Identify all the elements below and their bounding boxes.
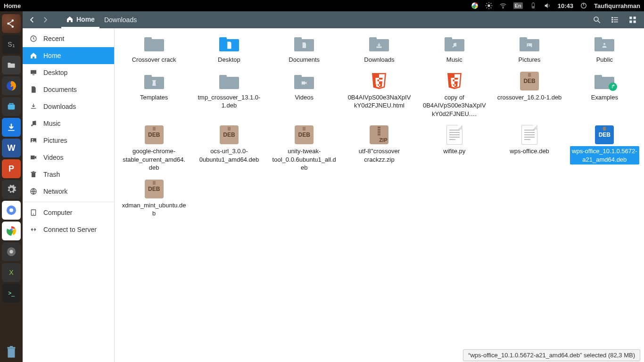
launcher-downloader[interactable] xyxy=(2,118,21,137)
launcher-chrome[interactable] xyxy=(2,222,21,240)
content-area[interactable]: Crossover crackDesktopDocumentsDownloads… xyxy=(115,28,644,362)
file-item[interactable]: Pictures xyxy=(492,32,567,67)
computer-icon xyxy=(29,208,38,217)
forward-button[interactable] xyxy=(39,13,52,26)
view-grid-button[interactable] xyxy=(628,15,637,25)
file-item[interactable]: Videos xyxy=(267,70,342,121)
sidebar-item-label: Home xyxy=(43,52,61,59)
svg-rect-41 xyxy=(634,16,636,19)
top-menubar: Home En 10:43 Taufiqurrahman xyxy=(0,0,644,11)
breadcrumb-downloads-label: Downloads xyxy=(104,16,137,24)
file-item[interactable]: Public xyxy=(567,32,642,67)
folder-icon xyxy=(518,34,541,53)
launcher-dash[interactable] xyxy=(2,14,21,33)
launcher-files[interactable] xyxy=(2,56,21,74)
file-item[interactable]: DEBwps-office_10.1.0.5672-a21_amd64.deb xyxy=(567,123,642,175)
sidebar-item-label: Connect to Server xyxy=(43,226,97,233)
user-name[interactable]: Taufiqurrahman xyxy=(594,2,640,9)
svg-rect-39 xyxy=(614,22,618,23)
svg-rect-45 xyxy=(31,70,36,74)
power-icon[interactable] xyxy=(580,2,587,9)
toolbar: Home Downloads xyxy=(23,11,644,28)
file-item[interactable]: DEBocs-url_3.0.0-0ubuntu1_amd64.deb xyxy=(191,123,266,175)
wifi-icon[interactable] xyxy=(499,2,507,9)
file-item[interactable]: copy of 0B4AIVpS00e3NaXpIVkY0d2FJNEU.… xyxy=(417,70,492,121)
svg-point-60 xyxy=(452,46,454,48)
volume-icon[interactable] xyxy=(544,2,551,9)
file-item[interactable]: DEBunity-tweak-tool_0.0.6ubuntu1_all.deb xyxy=(267,123,342,175)
text-file-icon xyxy=(518,125,541,144)
view-list-button[interactable] xyxy=(610,15,619,25)
file-item[interactable]: ZIPutf-8''crossover crackzz.zip xyxy=(342,123,417,175)
launcher-chromium[interactable] xyxy=(2,201,21,220)
keyboard-indicator[interactable]: En xyxy=(513,2,523,9)
sidebar-item-pictures[interactable]: Pictures xyxy=(23,132,114,149)
launcher-spreadsheet[interactable]: X xyxy=(2,263,21,282)
svg-point-61 xyxy=(455,45,456,47)
sidebar-item-label: Pictures xyxy=(43,137,67,144)
breadcrumb-downloads[interactable]: Downloads xyxy=(99,11,141,28)
launcher-terminal[interactable]: >_ xyxy=(2,284,21,303)
html-file-icon xyxy=(443,72,466,90)
launcher-sublime[interactable]: S₁ xyxy=(2,35,21,54)
sidebar-item-recent[interactable]: Recent xyxy=(23,30,114,47)
file-item[interactable]: wps-office.deb xyxy=(492,123,567,175)
file-item[interactable]: Crossover crack xyxy=(116,32,191,67)
pictures-icon xyxy=(29,136,38,145)
svg-point-51 xyxy=(32,139,33,140)
sidebar-item-connect-to-server[interactable]: Connect to Server xyxy=(23,221,114,238)
svg-rect-65 xyxy=(302,81,305,84)
file-item[interactable]: Downloads xyxy=(342,32,417,67)
file-item[interactable]: DEBxdman_mint_ubuntu.deb xyxy=(116,178,191,221)
svg-point-24 xyxy=(9,208,13,212)
sidebar-item-network[interactable]: Network xyxy=(23,183,114,200)
brightness-icon[interactable] xyxy=(485,2,493,9)
sidebar-item-home[interactable]: Home xyxy=(23,47,114,64)
file-item[interactable]: 0B4AIVpS00e3NaXpIVkY0d2FJNEU.html xyxy=(342,70,417,121)
file-item[interactable]: Desktop xyxy=(191,32,266,67)
file-item[interactable]: Templates xyxy=(116,70,191,121)
search-button[interactable] xyxy=(592,15,602,25)
file-item[interactable]: DEBgoogle-chrome-stable_current_amd64.de… xyxy=(116,123,191,175)
launcher-firefox[interactable] xyxy=(2,76,21,95)
svg-rect-53 xyxy=(32,173,35,177)
sidebar-item-downloads[interactable]: Downloads xyxy=(23,98,114,115)
svg-rect-13 xyxy=(532,2,534,3)
file-item[interactable]: Documents xyxy=(267,32,342,67)
svg-point-2 xyxy=(487,4,490,7)
sidebar-item-documents[interactable]: Documents xyxy=(23,81,114,98)
launcher-settings[interactable] xyxy=(2,180,21,199)
sidebar-item-label: Recent xyxy=(43,35,64,42)
sidebar-item-computer[interactable]: Computer xyxy=(23,204,114,221)
sidebar-item-desktop[interactable]: Desktop xyxy=(23,64,114,81)
folder-icon xyxy=(293,34,315,53)
svg-rect-59 xyxy=(377,47,381,47)
sidebar-item-trash[interactable]: Trash xyxy=(23,166,114,183)
file-item[interactable]: tmp_crossover_13.1.0-1.deb xyxy=(191,70,266,121)
file-item[interactable]: Music xyxy=(417,32,492,67)
file-item[interactable]: wifite.py xyxy=(417,123,492,175)
launcher-writer[interactable]: W xyxy=(2,139,21,157)
launcher-trash[interactable] xyxy=(2,343,21,362)
launcher-software[interactable] xyxy=(2,97,21,116)
launcher-help[interactable] xyxy=(2,242,21,261)
launcher-presentation[interactable]: P xyxy=(2,159,21,178)
deb-package-icon: DEB xyxy=(593,125,616,144)
clock[interactable]: 10:43 xyxy=(558,2,573,9)
file-item[interactable]: ↱Examples xyxy=(567,70,642,121)
sidebar-item-videos[interactable]: Videos xyxy=(23,149,114,166)
file-label: Examples xyxy=(589,92,620,103)
file-item[interactable]: DEBcrossover_16.2.0-1.deb xyxy=(492,70,567,121)
svg-point-64 xyxy=(603,43,605,45)
breadcrumb-home[interactable]: Home xyxy=(61,11,99,28)
svg-point-11 xyxy=(503,8,503,8)
back-button[interactable] xyxy=(25,13,39,26)
documents-icon xyxy=(29,85,38,94)
sidebar-item-music[interactable]: Music xyxy=(23,115,114,132)
home-icon xyxy=(29,51,38,60)
svg-line-7 xyxy=(486,3,487,4)
svg-point-19 xyxy=(11,25,14,28)
chrome-indicator-icon[interactable] xyxy=(471,2,479,9)
sidebar-item-label: Documents xyxy=(43,86,77,93)
battery-icon[interactable] xyxy=(529,2,537,9)
